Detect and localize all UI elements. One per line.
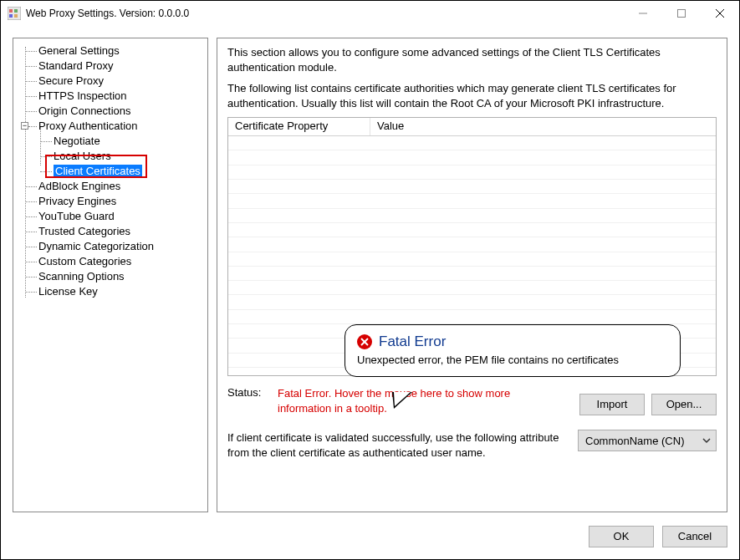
svg-rect-4 <box>14 14 18 18</box>
column-value[interactable]: Value <box>370 118 716 135</box>
tree-item[interactable]: Secure Proxy <box>38 74 104 89</box>
combobox-value: CommonName (CN) <box>579 435 697 447</box>
close-button[interactable] <box>701 1 739 26</box>
tree-item[interactable]: License Key <box>38 284 98 299</box>
svg-rect-2 <box>14 9 18 13</box>
svg-rect-1 <box>9 9 13 13</box>
navigation-tree-panel: General Settings Standard Proxy Secure P… <box>13 38 208 512</box>
minimize-button[interactable] <box>624 1 662 26</box>
column-certificate-property[interactable]: Certificate Property <box>228 118 370 135</box>
tree-item[interactable]: YouTube Guard <box>38 209 115 224</box>
tree-item[interactable]: Standard Proxy <box>38 59 114 74</box>
window: Web Proxy Settings. Version: 0.0.0.0 Gen… <box>0 0 740 560</box>
window-title: Web Proxy Settings. Version: 0.0.0.0 <box>26 8 189 19</box>
description-1: This section allows you to configure som… <box>227 45 717 74</box>
open-button[interactable]: Open... <box>651 394 717 415</box>
tree-item[interactable]: Privacy Engines <box>38 194 116 209</box>
tree-item[interactable]: General Settings <box>38 43 120 59</box>
svg-rect-0 <box>8 7 21 20</box>
attribute-description: If client certificate is validated succe… <box>227 430 570 460</box>
svg-rect-6 <box>678 10 686 18</box>
maximize-button[interactable] <box>662 1 701 26</box>
tree-item-proxy-authentication[interactable]: Proxy Authentication <box>38 119 138 134</box>
error-tooltip: Fatal Error Unexpected error, the PEM fi… <box>344 324 681 377</box>
chevron-down-icon[interactable] <box>697 430 716 451</box>
tree-item[interactable]: HTTPS Inspection <box>38 89 127 104</box>
import-button[interactable]: Import <box>579 394 645 415</box>
app-icon <box>8 7 21 20</box>
tree-expander-minus-icon[interactable]: − <box>21 122 28 130</box>
grid-header: Certificate Property Value <box>228 118 716 136</box>
tree-item[interactable]: AdBlock Engines <box>38 179 120 194</box>
ok-button[interactable]: OK <box>589 526 654 547</box>
navigation-tree[interactable]: General Settings Standard Proxy Secure P… <box>17 43 204 507</box>
status-label: Status: <box>227 386 278 399</box>
content-panel: This section allows you to configure som… <box>217 38 727 512</box>
tree-item[interactable]: Trusted Categories <box>38 224 130 239</box>
tooltip-body: Unexpected error, the PEM file contains … <box>357 354 668 366</box>
tree-item[interactable]: Scanning Options <box>38 269 125 284</box>
svg-rect-3 <box>9 14 13 18</box>
tree-item[interactable]: Custom Categories <box>38 254 131 269</box>
tree-item[interactable]: Origin Connections <box>38 104 131 119</box>
error-icon <box>357 334 372 349</box>
description-2: The following list contains certificate … <box>227 81 717 110</box>
cancel-button[interactable]: Cancel <box>662 526 727 547</box>
tooltip-title: Fatal Error <box>379 333 446 350</box>
highlight-frame <box>45 155 147 178</box>
title-bar: Web Proxy Settings. Version: 0.0.0.0 <box>1 1 739 26</box>
tree-item[interactable]: Negotiate <box>54 134 100 149</box>
tree-item[interactable]: Dynamic Categorization <box>38 239 154 254</box>
attribute-combobox[interactable]: CommonName (CN) <box>578 430 717 451</box>
